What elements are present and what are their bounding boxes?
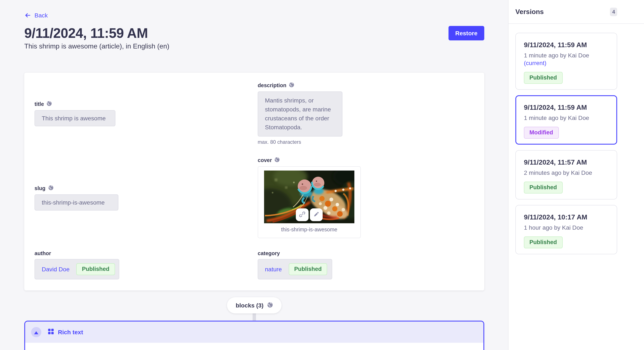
version-meta: 2 minutes ago by Kai Doe <box>524 169 609 176</box>
version-meta: 1 hour ago by Kai Doe <box>524 224 609 231</box>
version-meta: 1 minute ago by Kai Doe (current) <box>524 51 609 67</box>
rich-text-block: Rich text body <box>24 321 484 350</box>
author-status-badge: Published <box>76 263 115 275</box>
category-status-badge: Published <box>288 263 327 275</box>
version-card-selected[interactable]: 9/11/2024, 11:59 AM 1 minute ago by Kai … <box>515 95 617 145</box>
page: Back 9/11/2024, 11:59 AM Restore This sh… <box>0 0 644 350</box>
pencil-icon <box>313 211 320 219</box>
blocks-pill-label: blocks (3) <box>236 302 264 309</box>
version-meta-text: 1 minute ago by Kai Doe <box>524 114 589 121</box>
page-subtitle: This shrimp is awesome (article), in Eng… <box>24 42 484 51</box>
link-icon <box>299 211 306 219</box>
cover-filename: this-shrimp-is-awesome <box>262 227 357 233</box>
field-cover: cover <box>258 156 474 238</box>
page-title: 9/11/2024, 11:59 AM <box>24 26 148 40</box>
versions-count-badge: 4 <box>610 7 617 16</box>
back-link[interactable]: Back <box>24 12 48 19</box>
field-title-label: title <box>34 101 44 107</box>
block-connector <box>252 313 256 321</box>
field-description-label: description <box>258 82 286 88</box>
version-date: 9/11/2024, 11:59 AM <box>524 41 609 49</box>
version-meta-text: 1 hour ago by Kai Doe <box>524 224 583 231</box>
rich-text-block-header[interactable]: Rich text <box>25 322 484 343</box>
version-card[interactable]: 9/11/2024, 11:57 AM 2 minutes ago by Kai… <box>515 150 617 199</box>
description-hint: max. 80 characters <box>258 139 474 145</box>
collapse-block-button[interactable] <box>31 327 41 337</box>
version-date: 9/11/2024, 11:59 AM <box>524 103 609 112</box>
version-status-badge: Published <box>524 236 562 248</box>
restore-button[interactable]: Restore <box>448 26 484 40</box>
slug-input: this-shrimp-is-awesome <box>34 194 118 210</box>
edit-image-button[interactable] <box>310 208 323 221</box>
globe-icon <box>267 302 273 309</box>
version-card[interactable]: 9/11/2024, 10:17 AM 1 hour ago by Kai Do… <box>515 205 617 254</box>
category-relation-link[interactable]: nature <box>265 266 282 273</box>
description-textarea: Mantis shrimps, or stomatopods, are mari… <box>258 91 342 137</box>
version-status-badge: Published <box>524 72 562 84</box>
copy-link-button[interactable] <box>296 208 308 221</box>
field-slug-label: slug <box>34 185 45 191</box>
field-description: description Mantis shrimps, or stomatopo… <box>258 81 474 145</box>
field-slug: slug this-shrimp-is-awesome <box>34 184 254 210</box>
main-content: Back 9/11/2024, 11:59 AM Restore This sh… <box>0 0 508 350</box>
field-category-label: category <box>258 250 280 256</box>
field-author: author David Doe Published <box>34 249 254 279</box>
version-date: 9/11/2024, 10:17 AM <box>524 213 609 222</box>
globe-icon <box>274 157 280 164</box>
versions-sidebar: Versions 4 9/11/2024, 11:59 AM 1 minute … <box>508 0 644 350</box>
versions-title: Versions <box>515 8 544 15</box>
globe-icon <box>289 82 294 89</box>
block-type-label: Rich text <box>58 329 83 336</box>
chevron-up-icon <box>34 329 38 335</box>
version-card[interactable]: 9/11/2024, 11:59 AM 1 minute ago by Kai … <box>515 33 617 90</box>
title-input: This shrimp is awesome <box>34 110 116 126</box>
cover-card: this-shrimp-is-awesome <box>258 166 361 238</box>
version-meta: 1 minute ago by Kai Doe <box>524 114 609 122</box>
globe-icon <box>46 101 52 108</box>
field-category: category nature Published <box>258 249 474 279</box>
version-meta-text: 2 minutes ago by Kai Doe <box>524 169 592 176</box>
category-relation-box: nature Published <box>258 259 332 279</box>
field-cover-label: cover <box>258 157 272 163</box>
author-relation-box: David Doe Published <box>34 259 119 279</box>
field-title: title This shrimp is awesome <box>34 100 254 126</box>
current-version-tag: (current) <box>524 59 546 66</box>
version-date: 9/11/2024, 11:57 AM <box>524 158 609 167</box>
arrow-left-icon <box>24 12 31 19</box>
author-relation-link[interactable]: David Doe <box>42 266 70 273</box>
blocks-field-pill[interactable]: blocks (3) <box>227 297 282 313</box>
version-meta-text: 1 minute ago by Kai Doe <box>524 52 589 59</box>
version-status-badge: Published <box>524 181 562 193</box>
version-fields-card: title This shrimp is awesome description <box>24 73 484 291</box>
version-list: 9/11/2024, 11:59 AM 1 minute ago by Kai … <box>508 24 644 263</box>
globe-icon <box>48 185 54 191</box>
version-status-badge: Modified <box>524 127 558 139</box>
back-label: Back <box>34 12 48 19</box>
field-author-label: author <box>34 250 51 256</box>
grid-icon <box>48 328 54 336</box>
